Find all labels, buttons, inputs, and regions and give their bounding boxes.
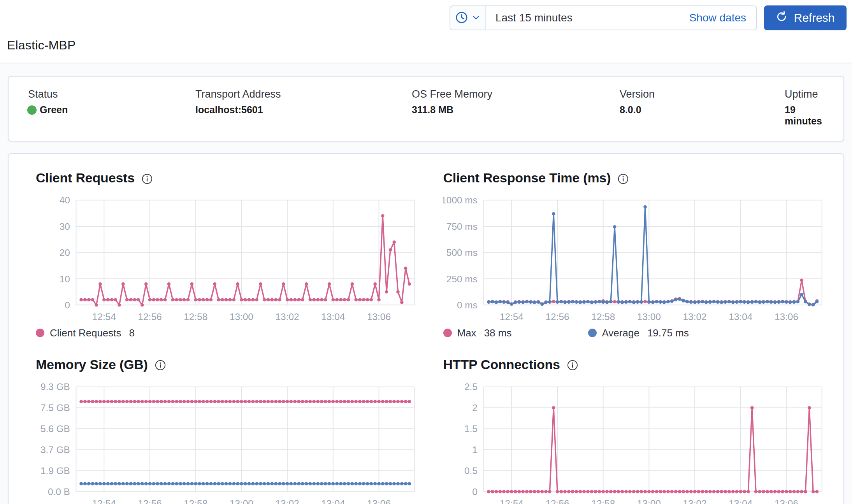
svg-text:1.5: 1.5 [464,424,477,434]
show-dates-link[interactable]: Show dates [689,6,756,30]
uptime-value: 19 minutes [785,104,832,127]
svg-text:12:58: 12:58 [591,312,615,322]
svg-text:12:56: 12:56 [138,312,162,322]
os-free-memory-label: OS Free Memory [412,88,620,100]
client-requests-chart-block: Client Requests 40302010012:5412:5612:58… [27,170,418,339]
refresh-button-label: Refresh [794,11,834,24]
status-item-os-free-memory: OS Free Memory 311.8 MB [412,88,620,127]
legend-value: 8 [129,327,135,339]
refresh-icon [776,11,787,25]
memory-size-chart: 9.3 GB7.5 GB5.6 GB3.7 GB1.9 GB0.0 B12:54… [36,381,418,504]
svg-text:250 ms: 250 ms [446,274,477,284]
svg-text:40: 40 [60,195,70,205]
svg-text:1000 ms: 1000 ms [443,195,478,205]
time-picker-quick-menu-button[interactable] [450,6,486,30]
time-range-display[interactable]: Last 15 minutes [486,6,689,30]
svg-text:13:04: 13:04 [321,312,345,322]
client-response-time-chart: 1000 ms750 ms500 ms250 ms0 ms12:5412:561… [443,194,825,325]
svg-text:13:00: 13:00 [230,312,253,322]
os-free-memory-value: 311.8 MB [412,104,620,116]
svg-text:1.9 GB: 1.9 GB [40,466,70,476]
svg-text:13:06: 13:06 [774,498,798,504]
version-value: 8.0.0 [620,104,785,116]
http-connections-chart: 2.521.510.5012:5412:5612:5813:0013:0213:… [443,381,825,504]
svg-text:2.5: 2.5 [464,382,477,392]
client-response-time-chart-block: Client Response Time (ms) 1000 ms750 ms5… [435,170,825,339]
client-requests-legend: Client Requests 8 [36,327,418,339]
info-icon[interactable] [567,360,578,371]
legend-value: 38 ms [484,327,512,339]
svg-text:13:02: 13:02 [683,312,706,322]
svg-text:0: 0 [472,486,478,497]
top-header: Last 15 minutes Show dates Refresh Elast… [0,0,852,63]
svg-text:13:00: 13:00 [230,498,253,504]
svg-text:12:58: 12:58 [184,312,207,322]
charts-panel: Client Requests 40302010012:5412:5612:58… [8,153,844,504]
svg-text:1: 1 [472,444,478,455]
info-icon[interactable] [142,173,153,184]
svg-text:13:02: 13:02 [683,498,706,504]
time-picker-field: Last 15 minutes Show dates [450,5,757,30]
uptime-label: Uptime [785,88,832,100]
svg-text:0.5: 0.5 [464,466,477,476]
chart-title-client-requests: Client Requests [36,170,135,186]
svg-text:13:04: 13:04 [729,312,752,322]
status-item-status: Status Green [28,88,195,127]
svg-text:0: 0 [65,300,70,310]
status-label: Status [28,88,195,100]
legend-item: Average 19.75 ms [588,327,733,339]
legend-label: Average [602,327,639,339]
svg-text:30: 30 [60,221,70,232]
main-content: Status Green Transport Address localhost… [0,76,852,504]
svg-text:500 ms: 500 ms [446,247,477,258]
refresh-button[interactable]: Refresh [764,5,847,30]
svg-text:5.6 GB: 5.6 GB [40,424,70,434]
svg-text:13:00: 13:00 [637,498,661,504]
svg-text:0.0 B: 0.0 B [48,486,70,497]
client-requests-chart: 40302010012:5412:5612:5813:0013:0213:041… [36,194,418,325]
status-value: Green [40,104,68,116]
status-item-version: Version 8.0.0 [620,88,785,127]
svg-text:12:54: 12:54 [499,312,523,322]
client-response-time-legend: Max 38 ms Average 19.75 ms [443,327,825,339]
svg-text:12:54: 12:54 [92,498,116,504]
svg-text:13:02: 13:02 [276,498,299,504]
svg-text:13:06: 13:06 [367,498,391,504]
status-item-uptime: Uptime 19 minutes [785,88,832,127]
legend-value: 19.75 ms [647,327,689,339]
svg-text:13:06: 13:06 [367,312,391,322]
legend-label: Max [457,327,476,339]
transport-address-value: localhost:5601 [195,104,412,116]
status-item-transport-address: Transport Address localhost:5601 [195,88,412,127]
chart-title-memory-size: Memory Size (GB) [36,357,148,372]
http-connections-chart-block: HTTP Connections 2.521.510.5012:5412:561… [435,357,825,504]
svg-text:13:06: 13:06 [774,312,798,322]
svg-text:7.5 GB: 7.5 GB [40,402,70,413]
svg-text:20: 20 [60,247,70,258]
svg-text:3.7 GB: 3.7 GB [40,444,70,455]
svg-text:12:54: 12:54 [499,498,523,504]
version-label: Version [620,88,785,100]
svg-text:9.3 GB: 9.3 GB [40,382,70,392]
legend-dot [443,329,452,337]
svg-text:12:58: 12:58 [591,498,615,504]
transport-address-label: Transport Address [195,88,412,100]
legend-dot [588,329,597,337]
clock-icon [455,11,468,25]
svg-text:12:54: 12:54 [92,312,116,322]
svg-text:13:00: 13:00 [637,312,661,322]
time-picker: Last 15 minutes Show dates Refresh [450,5,847,30]
chart-title-client-response-time: Client Response Time (ms) [443,170,611,186]
memory-size-chart-block: Memory Size (GB) 9.3 GB7.5 GB5.6 GB3.7 G… [27,357,418,504]
svg-text:0 ms: 0 ms [457,300,478,310]
svg-text:12:56: 12:56 [138,498,162,504]
svg-text:13:04: 13:04 [321,498,345,504]
svg-text:13:02: 13:02 [276,312,299,322]
info-icon[interactable] [155,360,166,371]
svg-text:2: 2 [472,402,478,413]
info-icon[interactable] [618,173,629,184]
legend-dot [36,329,44,337]
svg-text:12:56: 12:56 [545,498,569,504]
svg-text:12:56: 12:56 [545,312,569,322]
svg-text:12:58: 12:58 [184,498,207,504]
